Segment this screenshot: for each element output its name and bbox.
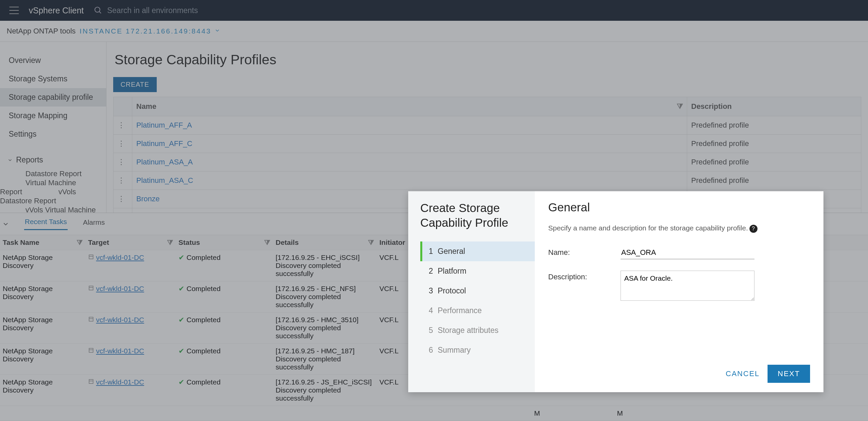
wizard-step-summary: 6Summary (420, 340, 535, 360)
wizard-step-performance: 4Performance (420, 301, 535, 321)
name-input[interactable] (621, 246, 754, 259)
description-label: Description: (548, 271, 621, 281)
step-description: Specify a name and description for the s… (548, 224, 810, 233)
wizard-step-general[interactable]: 1General (420, 241, 535, 261)
cancel-button[interactable]: CANCEL (726, 369, 760, 378)
help-icon[interactable]: ? (749, 225, 757, 233)
name-label: Name: (548, 246, 621, 257)
next-button[interactable]: NEXT (768, 365, 810, 383)
wizard-step-protocol[interactable]: 3Protocol (420, 281, 535, 301)
wizard-sidebar: Create Storage Capability Profile 1Gener… (408, 191, 535, 392)
wizard-step-platform[interactable]: 2Platform (420, 261, 535, 281)
description-input[interactable] (621, 271, 754, 301)
name-row: Name: (548, 246, 810, 259)
description-row: Description: (548, 271, 810, 301)
wizard-body: General Specify a name and description f… (535, 191, 824, 392)
wizard-steps: 1General2Platform3Protocol4Performance5S… (420, 241, 535, 360)
wizard-step-storage-attributes: 5Storage attributes (420, 321, 535, 340)
create-profile-modal: Create Storage Capability Profile 1Gener… (408, 191, 824, 392)
wizard-actions: CANCEL NEXT (726, 365, 810, 383)
step-heading: General (548, 201, 810, 214)
wizard-title: Create Storage Capability Profile (420, 201, 535, 230)
